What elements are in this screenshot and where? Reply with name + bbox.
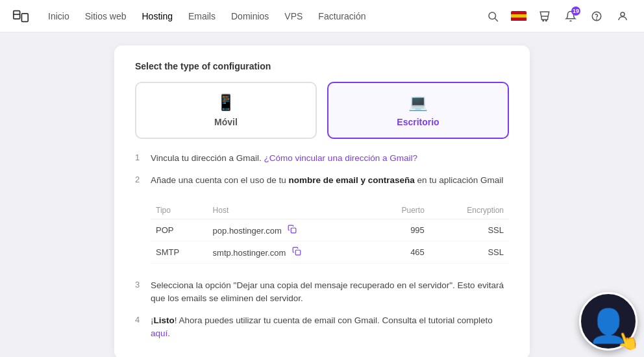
table-row-pop: POP pop.hostinger.com 995 SSL (151, 219, 509, 241)
steps-list: 1 Vincula tu dirección a Gmail. ¿Cómo vi… (135, 152, 509, 341)
smtp-host: smtp.hostinger.com (208, 241, 374, 263)
col-encryption: Encryption (430, 203, 509, 219)
step-1-num: 1 (135, 152, 144, 162)
nav-actions: 19 (482, 5, 634, 27)
navbar: Inicio Sitios web Hosting Emails Dominio… (0, 0, 644, 32)
step-2-text: Añade una cuenta con el uso de tu nombre… (151, 174, 503, 187)
nav-sitios-web[interactable]: Sitios web (79, 7, 133, 25)
svg-point-5 (543, 20, 544, 21)
server-table-container: Tipo Host Puerto Encryption POP pop.host… (151, 197, 509, 270)
col-tipo: Tipo (151, 203, 208, 219)
nav-dominios[interactable]: Dominios (225, 7, 275, 25)
col-host: Host (208, 203, 374, 219)
pop-tipo: POP (151, 219, 208, 241)
step-3-num: 3 (135, 279, 144, 289)
main-content: Select the type of configuration 📱 Móvil… (0, 32, 644, 357)
store-button[interactable] (534, 5, 556, 27)
step-4: 4 ¡Listo! Ahora puedes utilizar tu cuent… (135, 314, 509, 341)
smtp-puerto: 465 (374, 241, 430, 263)
smtp-tipo: SMTP (151, 241, 208, 263)
desktop-icon: 💻 (408, 93, 428, 112)
nav-vps[interactable]: VPS (278, 7, 309, 25)
nav-facturacion[interactable]: Facturación (312, 7, 372, 25)
nav-hosting[interactable]: Hosting (136, 7, 179, 25)
notification-badge: 19 (571, 6, 580, 16)
svg-rect-10 (291, 228, 297, 233)
step-2-num: 2 (135, 174, 144, 184)
step-3-text: Selecciona la opción "Dejar una copia de… (151, 279, 509, 306)
desktop-type-label: Escritorio (397, 117, 439, 127)
svg-point-9 (621, 12, 625, 16)
desktop-type-button[interactable]: 💻 Escritorio (327, 82, 509, 139)
user-button[interactable] (612, 5, 634, 27)
svg-rect-1 (21, 13, 28, 21)
search-button[interactable] (482, 5, 504, 27)
config-card: Select the type of configuration 📱 Móvil… (114, 45, 530, 357)
logo[interactable] (10, 6, 31, 27)
smtp-encryption: SSL (430, 241, 509, 263)
config-type-selector: 📱 Móvil 💻 Escritorio (135, 82, 509, 139)
nav-links: Inicio Sitios web Hosting Emails Dominio… (42, 7, 482, 25)
step-4-num: 4 (135, 314, 144, 325)
pop-encryption: SSL (430, 219, 509, 241)
step-2: 2 Añade una cuenta con el uso de tu nomb… (135, 174, 509, 187)
nav-inicio[interactable]: Inicio (42, 7, 76, 25)
smtp-copy-button[interactable] (292, 247, 301, 256)
col-puerto: Puerto (374, 203, 430, 219)
svg-line-4 (495, 18, 498, 21)
svg-rect-11 (295, 250, 301, 255)
mobile-icon: 📱 (216, 93, 236, 112)
pop-puerto: 995 (374, 219, 430, 241)
help-button[interactable] (586, 5, 608, 27)
step-4-text: ¡Listo! Ahora puedes utilizar tu cuenta … (151, 314, 509, 341)
mobile-type-button[interactable]: 📱 Móvil (135, 82, 317, 139)
tutorial-link[interactable]: aquí (151, 328, 167, 338)
svg-point-3 (489, 12, 496, 19)
svg-point-8 (597, 19, 597, 19)
pop-copy-button[interactable] (288, 225, 297, 234)
gmail-link[interactable]: ¿Cómo vincular una dirección a Gmail? (264, 153, 417, 163)
step-1-text: Vincula tu dirección a Gmail. ¿Cómo vinc… (151, 152, 417, 165)
mobile-type-label: Móvil (214, 117, 238, 127)
server-table: Tipo Host Puerto Encryption POP pop.host… (151, 203, 509, 264)
pop-host: pop.hostinger.com (208, 219, 374, 241)
section-title: Select the type of configuration (135, 61, 509, 71)
step-1: 1 Vincula tu dirección a Gmail. ¿Cómo vi… (135, 152, 509, 165)
nav-emails[interactable]: Emails (182, 7, 222, 25)
language-flag[interactable] (508, 5, 530, 27)
notifications-button[interactable]: 19 (560, 5, 582, 27)
svg-point-6 (546, 20, 547, 21)
table-row-smtp: SMTP smtp.hostinger.com 465 SSL (151, 241, 509, 263)
step-3: 3 Selecciona la opción "Dejar una copia … (135, 279, 509, 306)
